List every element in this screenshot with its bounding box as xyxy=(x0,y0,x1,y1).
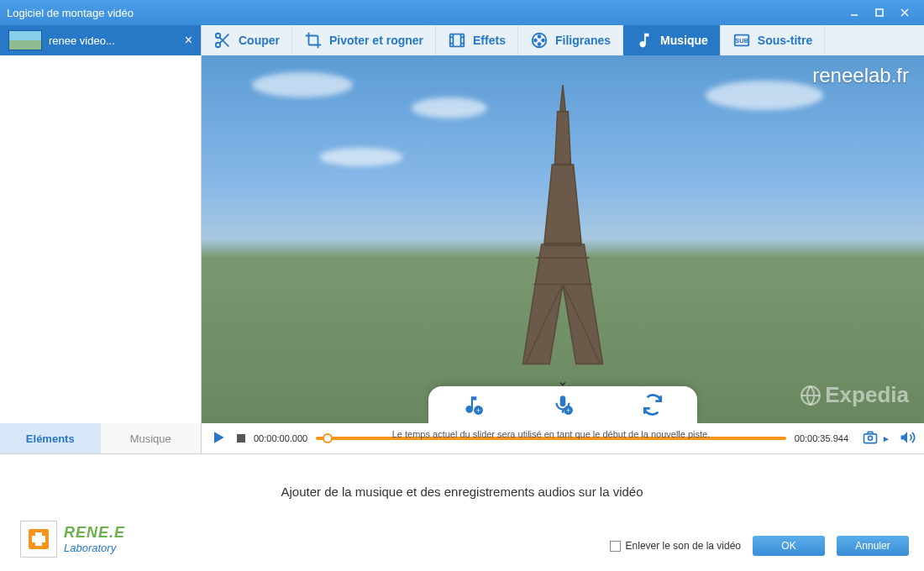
watermark-label: Filigranes xyxy=(555,34,611,47)
subtitle-label: Sous-titre xyxy=(758,34,812,47)
svg-point-5 xyxy=(216,43,221,48)
play-button[interactable] xyxy=(210,429,227,448)
svg-point-16 xyxy=(538,35,541,38)
maximize-button[interactable] xyxy=(867,4,892,21)
rotate-label: Pivoter et rogner xyxy=(329,34,423,47)
minimize-button[interactable] xyxy=(842,4,867,21)
checkbox-label: Enlever le son de la vidéo xyxy=(626,540,741,552)
add-music-icon[interactable]: + xyxy=(460,392,486,417)
ok-button[interactable]: OK xyxy=(753,536,825,556)
svg-rect-1 xyxy=(876,9,883,16)
effects-button[interactable]: Effets xyxy=(436,25,518,55)
record-audio-icon[interactable]: + xyxy=(550,392,575,417)
volume-button[interactable] xyxy=(899,429,916,448)
cut-button[interactable]: Couper xyxy=(202,25,292,55)
subtitle-icon: SUB xyxy=(732,31,751,50)
toolbar: Couper Pivoter et rogner Effets Filigran… xyxy=(202,25,924,55)
close-file-icon[interactable]: × xyxy=(185,33,192,48)
refresh-icon[interactable] xyxy=(640,392,665,417)
eiffel-tower-graphic xyxy=(496,85,630,404)
file-thumbnail xyxy=(8,30,42,50)
crop-icon xyxy=(304,31,323,50)
svg-text:+: + xyxy=(566,406,570,415)
scissors-icon xyxy=(213,31,232,50)
remove-sound-checkbox[interactable]: Enlever le son de la vidéo xyxy=(610,540,741,552)
titlebar: Logiciel de montage vidéo xyxy=(0,0,924,25)
instruction-text: Ajouter de la musique et des enregistrem… xyxy=(0,454,924,499)
music-label: Musique xyxy=(660,34,708,47)
svg-point-18 xyxy=(538,43,541,45)
video-preview: reneelab.fr Expedia + + xyxy=(202,55,924,423)
music-note-icon xyxy=(635,31,654,50)
sidebar: renee video... × Eléments Musique xyxy=(0,25,202,453)
logo: RENE.E Laboratory xyxy=(20,521,125,558)
logo-icon xyxy=(20,521,57,558)
rotate-crop-button[interactable]: Pivoter et rogner xyxy=(292,25,436,55)
bottom-panel: Ajouter de la musique et des enregistrem… xyxy=(0,453,924,571)
time-current: 00:00:00.000 xyxy=(254,433,307,443)
svg-text:+: + xyxy=(476,406,480,415)
effects-label: Effets xyxy=(473,34,506,47)
logo-brand: RENE.E xyxy=(64,524,125,542)
timeline-caption: Le temps actuel du slider sera utilisé e… xyxy=(392,429,711,439)
sidebar-body xyxy=(0,55,201,423)
film-icon xyxy=(448,31,466,50)
svg-rect-30 xyxy=(864,434,877,443)
time-total: 00:00:35.944 xyxy=(795,433,848,443)
logo-sub: Laboratory xyxy=(64,542,125,554)
svg-rect-34 xyxy=(32,536,45,542)
svg-rect-8 xyxy=(450,34,465,47)
close-button[interactable] xyxy=(892,4,917,21)
subtitle-button[interactable]: SUB Sous-titre xyxy=(721,25,825,55)
snapshot-button[interactable] xyxy=(862,429,879,448)
reel-icon xyxy=(530,31,549,50)
file-tab[interactable]: renee video... × xyxy=(0,25,201,55)
svg-point-17 xyxy=(542,39,544,42)
tab-elements[interactable]: Eléments xyxy=(0,423,101,453)
watermark-top: reneelab.fr xyxy=(812,64,909,87)
checkbox-icon xyxy=(610,541,621,552)
tab-musique[interactable]: Musique xyxy=(101,423,202,453)
cut-label: Couper xyxy=(239,34,280,47)
window-title: Logiciel de montage vidéo xyxy=(7,7,842,19)
svg-text:SUB: SUB xyxy=(735,37,748,45)
music-button[interactable]: Musique xyxy=(623,25,721,55)
svg-point-31 xyxy=(869,436,873,440)
globe-icon xyxy=(800,385,822,406)
svg-rect-27 xyxy=(560,396,566,406)
preview-action-bar: + + xyxy=(428,386,697,423)
watermark-button[interactable]: Filigranes xyxy=(518,25,623,55)
watermark-bottom: Expedia xyxy=(800,382,909,408)
timeline-slider[interactable]: Le temps actuel du slider sera utilisé e… xyxy=(316,430,786,447)
svg-point-4 xyxy=(216,34,221,39)
file-name: renee video... xyxy=(49,34,185,47)
svg-point-19 xyxy=(534,39,537,42)
cancel-button[interactable]: Annuler xyxy=(837,536,909,556)
timeline: 00:00:00.000 Le temps actuel du slider s… xyxy=(202,423,924,453)
stop-button[interactable] xyxy=(237,434,245,443)
